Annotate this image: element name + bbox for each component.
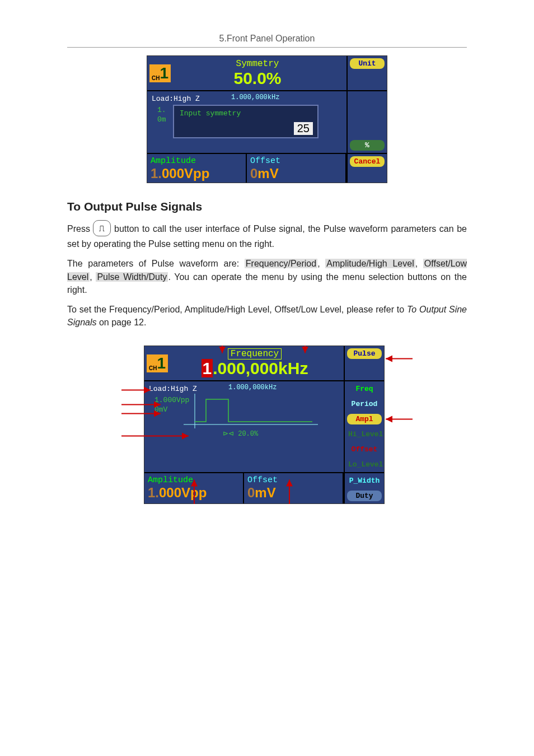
instrument-display-pulse: CH 1 Frequency 1.000,000kHz Pulse Load:H… [144,346,385,504]
pulse-button[interactable]: Pulse [347,348,382,359]
freq-button[interactable]: Freq [347,384,382,394]
lolevel-button[interactable]: Lo_Level [347,459,382,470]
amplitude-label: Amplitude [151,156,196,166]
pulse-waveform-plot [184,394,318,428]
pwidth-button[interactable]: P_Width [347,475,382,486]
unit-button[interactable]: Unit [350,58,385,69]
hilevel-button[interactable]: Hi_Level [347,429,382,440]
wave-values: 1. 0m [157,106,166,125]
ampl-button[interactable]: Ampl [347,414,382,424]
channel-badge: CH 1 [147,354,168,372]
duty-button[interactable]: Duty [347,491,382,501]
channel-badge: CH 1 [149,64,171,82]
ch-label: CH [152,75,160,81]
amplitude-value: 1.000Vpp [151,166,209,181]
load-label: Load:High Z [149,385,197,393]
amplitude-value: 1.000Vpp [148,485,207,500]
param-value: 50.0% [171,69,344,88]
load-label: Load:High Z [152,95,200,103]
ch-number: 1 [160,66,168,81]
paragraph-3: To set the Frequency/Period, Amplitude/H… [67,303,467,329]
param-name: Symmetry [236,59,279,69]
period-button[interactable]: Period [347,399,382,409]
offset-button[interactable]: Offset [347,444,382,455]
offset-value: 0mV [250,166,279,181]
page-header: 5.Front Panel Operation [67,34,467,48]
offset-label: Offset [247,475,278,485]
paragraph-1: Press ⎍ button to call the user interfac… [67,221,467,250]
cancel-button[interactable]: Cancel [350,156,385,167]
paragraph-2: The parameters of Pulse waveform are: Fr… [67,257,467,296]
section-heading: To Output Pulse Signals [67,200,467,213]
instrument-display-symmetry: CH 1 Symmetry 50.0% Unit Load:High Z 1.0… [147,55,387,183]
ch-number: 1 [157,356,166,371]
input-popup: Input symmetry 25 [173,105,318,138]
period-span: 1.000,000kHz [231,94,279,101]
offset-value: 0mV [247,485,276,500]
duty-annotation: ⊳⊲ 20.0% [223,430,258,438]
popup-value[interactable]: 25 [294,122,313,135]
popup-label: Input symmetry [180,109,241,118]
amplitude-label: Amplitude [148,475,193,485]
offset-label: Offset [250,156,280,166]
percent-button[interactable]: % [350,140,385,151]
param-name: Frequency [228,348,282,360]
param-value: 1.000,000kHz [168,359,341,378]
period-span: 1.000,000kHz [228,384,277,391]
pulse-icon: ⎍ [93,220,111,236]
ch-label: CH [149,365,157,371]
